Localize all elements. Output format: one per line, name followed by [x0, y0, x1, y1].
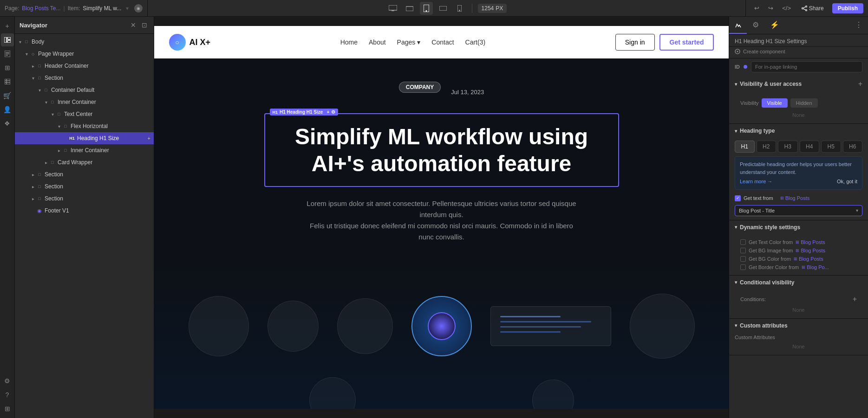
- pages-icon[interactable]: [1, 47, 14, 60]
- tree-item-container-default[interactable]: □ Container Default +: [15, 84, 154, 96]
- tree-toggle-hc[interactable]: [30, 63, 36, 69]
- info-ok[interactable]: Ok, got it: [837, 178, 857, 186]
- heading-type-header[interactable]: ▾ Heading type: [729, 124, 868, 138]
- tree-toggle-cd[interactable]: [36, 87, 43, 93]
- tab-more[interactable]: ⋮: [849, 17, 868, 34]
- canvas-scroll[interactable]: ○ AI X+ Home About Pages ▾ Contact Cart(…: [154, 17, 729, 418]
- navigator-pin[interactable]: ⊡: [140, 20, 149, 30]
- tab-settings[interactable]: ⚙: [747, 17, 764, 34]
- tree-action-add-h1[interactable]: +: [146, 135, 152, 141]
- vis-row: Visibility Visible Hidden: [735, 96, 862, 110]
- tree-toggle-ic2[interactable]: [56, 147, 62, 154]
- heading-gear-icon[interactable]: ⚙: [331, 109, 335, 115]
- tree-item-flex-horizontal[interactable]: □ Flex Horizontal: [15, 120, 154, 132]
- nav-pages[interactable]: Pages ▾: [397, 39, 421, 46]
- ecommerce-icon[interactable]: 🛒: [1, 89, 14, 102]
- tablet-landscape-icon[interactable]: [403, 2, 416, 15]
- mobile-landscape-icon[interactable]: [437, 2, 450, 15]
- users-icon[interactable]: 👤: [1, 103, 14, 116]
- cond-vis-header[interactable]: ▾ Conditional visibility: [729, 276, 868, 289]
- topbar-dropdown-icon[interactable]: ▾: [126, 5, 129, 12]
- page-name[interactable]: Blog Posts Te...: [22, 5, 60, 12]
- tree-toggle-s3[interactable]: [30, 183, 36, 190]
- desktop-icon[interactable]: [386, 2, 399, 15]
- h1-button[interactable]: H1: [735, 141, 755, 153]
- redo-button[interactable]: ↪: [764, 2, 777, 15]
- tree-item-text-center[interactable]: □ Text Center: [15, 108, 154, 120]
- nav-about[interactable]: About: [369, 39, 386, 46]
- h4-button[interactable]: H4: [800, 141, 820, 153]
- tree-action-add-ic1[interactable]: +: [146, 99, 152, 105]
- h2-button[interactable]: H2: [757, 141, 777, 153]
- publish-button[interactable]: Publish: [832, 3, 863, 13]
- tree-item-footer[interactable]: ◉ Footer V1: [15, 205, 154, 217]
- hero-heading-container[interactable]: H1 H1 Heading H1 Size + ⚙ Simplify ML wo…: [264, 113, 619, 187]
- h5-button[interactable]: H5: [821, 141, 841, 153]
- nav-home[interactable]: Home: [340, 39, 358, 46]
- tree-item-section3[interactable]: □ Section: [15, 180, 154, 193]
- visibility-section-header[interactable]: ▾ Visibility & user access +: [729, 76, 868, 92]
- tree-item-inner-container-1[interactable]: □ Inner Container +: [15, 96, 154, 108]
- tree-toggle-tc[interactable]: [49, 111, 56, 117]
- tree-item-section4[interactable]: □ Section: [15, 193, 154, 205]
- h3-button[interactable]: H3: [778, 141, 798, 153]
- info-learn-more[interactable]: Learn more →: [740, 178, 772, 186]
- navigator-close[interactable]: ✕: [129, 20, 138, 30]
- tree-item-heading-h1[interactable]: H1 Heading H1 Size +: [15, 132, 154, 144]
- tree-item-section1[interactable]: □ Section: [15, 72, 154, 84]
- item-name[interactable]: Simplify ML w...: [83, 5, 121, 12]
- get-border-color-checkbox[interactable]: [740, 264, 746, 270]
- tree-toggle-s4[interactable]: [30, 195, 36, 202]
- tree-action-add[interactable]: +: [146, 87, 152, 93]
- visibility-add-button[interactable]: +: [858, 80, 862, 88]
- mobile-icon[interactable]: [453, 2, 466, 15]
- custom-attr-header[interactable]: ▾ Custom attributes: [729, 319, 868, 333]
- dynamic-style-header[interactable]: ▾ Dynamic style settings: [729, 220, 868, 234]
- assets-icon[interactable]: ⊞: [1, 61, 14, 74]
- components-icon[interactable]: ❖: [1, 117, 14, 130]
- share-button[interactable]: Share: [796, 3, 829, 13]
- h6-button[interactable]: H6: [843, 141, 863, 153]
- visible-button[interactable]: Visible: [762, 98, 788, 108]
- apps-icon[interactable]: ⊞: [1, 402, 14, 415]
- id-input[interactable]: [751, 61, 862, 72]
- tree-toggle-body[interactable]: [17, 39, 23, 45]
- site-signin-button[interactable]: Sign in: [615, 34, 655, 51]
- tree-toggle-ic1[interactable]: [43, 99, 49, 105]
- tree-item-body[interactable]: □ Body: [15, 36, 154, 48]
- code-icon[interactable]: </>: [780, 2, 793, 15]
- nav-tree: □ Body ◇ Page Wrapper □ Header Container: [15, 34, 154, 418]
- get-bg-color-checkbox[interactable]: [740, 256, 746, 262]
- blog-post-dropdown[interactable]: Blog Post - Title ▾: [735, 205, 862, 216]
- tree-toggle-s2[interactable]: [30, 171, 36, 178]
- tree-toggle-fh[interactable]: [56, 123, 62, 129]
- tree-toggle-pw[interactable]: [23, 51, 30, 57]
- undo-button[interactable]: ↩: [751, 2, 764, 15]
- hidden-button[interactable]: Hidden: [790, 98, 818, 108]
- tab-style[interactable]: [729, 17, 747, 34]
- tree-item-page-wrapper[interactable]: ◇ Page Wrapper: [15, 48, 154, 60]
- heading-settings-icon[interactable]: +: [326, 109, 329, 115]
- nav-cart[interactable]: Cart(3): [465, 39, 486, 46]
- cond-add-button[interactable]: +: [853, 295, 857, 303]
- get-bg-image-checkbox[interactable]: [740, 248, 746, 253]
- tree-item-header-container[interactable]: □ Header Container: [15, 60, 154, 72]
- help-icon[interactable]: ?: [1, 388, 14, 401]
- add-element-icon[interactable]: +: [1, 19, 14, 32]
- tree-toggle-cw[interactable]: [43, 159, 49, 166]
- settings-icon[interactable]: ⚙: [1, 374, 14, 387]
- create-component-label[interactable]: Create component: [743, 49, 785, 54]
- get-text-color-checkbox[interactable]: [740, 239, 746, 245]
- tablet-icon[interactable]: [420, 2, 433, 15]
- tree-action-add-cw[interactable]: +: [146, 159, 152, 166]
- tab-interactions[interactable]: ⚡: [764, 17, 785, 34]
- nav-contact[interactable]: Contact: [431, 39, 454, 46]
- cms-icon[interactable]: [1, 75, 14, 88]
- tree-item-card-wrapper[interactable]: □ Card Wrapper +: [15, 156, 154, 168]
- get-text-checkbox[interactable]: ✓: [735, 195, 741, 201]
- tree-item-inner-container-2[interactable]: □ Inner Container: [15, 144, 154, 156]
- navigator-icon[interactable]: [1, 33, 14, 46]
- tree-item-section2[interactable]: □ Section: [15, 168, 154, 180]
- site-getstarted-button[interactable]: Get started: [659, 34, 714, 51]
- tree-toggle-s1[interactable]: [30, 75, 36, 81]
